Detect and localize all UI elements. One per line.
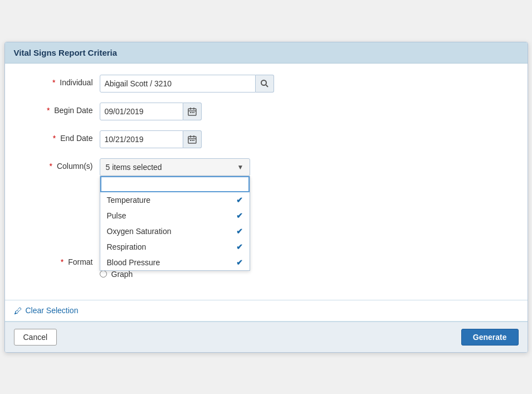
individual-label: * Individual [22,75,100,87]
required-star-format: * [61,257,64,266]
calendar-icon-end [188,135,197,144]
dropdown-arrow-icon: ▼ [237,163,244,171]
dropdown-item-respiration-check: ✔ [236,242,243,251]
svg-rect-8 [193,112,194,113]
columns-row: * Column(s) 5 items selected ▼ Temperatu… [22,158,511,176]
columns-search-input[interactable] [100,176,250,192]
calendar-icon [188,107,197,116]
columns-wrapper: 5 items selected ▼ Temperature ✔ Pulse ✔ [100,158,250,176]
dropdown-item-oxygen-saturation-label: Oxygen Saturation [107,227,172,236]
end-date-row: * End Date [22,130,511,148]
begin-date-input[interactable] [100,103,183,120]
end-date-input[interactable] [100,130,183,148]
required-star-begin: * [47,106,50,115]
dropdown-item-pulse-check: ✔ [236,211,243,220]
svg-point-0 [261,80,266,85]
modal-header: Vital Signs Report Criteria [5,42,528,64]
format-graph-option[interactable]: Graph [100,270,133,279]
svg-line-1 [266,85,268,87]
begin-date-row: * Begin Date [22,103,511,120]
dropdown-item-blood-pressure[interactable]: Blood Pressure ✔ [100,255,250,270]
format-row: * Format Table Graph [22,254,511,279]
footer-bottom: Cancel Generate [5,322,528,352]
svg-rect-7 [192,112,193,113]
cancel-button[interactable]: Cancel [14,329,57,346]
svg-rect-15 [193,140,194,141]
dropdown-item-respiration-label: Respiration [107,242,147,251]
required-star-end: * [53,134,56,143]
clear-selection-link[interactable]: 🖊 Clear Selection [14,306,79,315]
dropdown-item-oxygen-saturation[interactable]: Oxygen Saturation ✔ [100,223,250,239]
format-graph-label: Graph [111,270,133,279]
columns-dropdown-panel: Temperature ✔ Pulse ✔ Oxygen Saturation … [100,176,250,271]
modal-body: * Individual * Begin Da [5,64,528,300]
end-date-label: * End Date [22,130,100,143]
generate-button[interactable]: Generate [461,329,519,346]
dropdown-item-temperature-check: ✔ [236,196,243,205]
eraser-icon: 🖊 [14,306,22,315]
required-star-columns: * [50,162,52,171]
end-date-wrapper [100,130,202,148]
svg-rect-6 [190,112,191,113]
dropdown-item-pulse[interactable]: Pulse ✔ [100,208,250,223]
dropdown-item-blood-pressure-check: ✔ [236,258,243,267]
individual-wrapper [100,75,274,93]
format-label: * Format [22,254,100,266]
dropdown-item-temperature-label: Temperature [107,196,151,205]
individual-input[interactable] [100,75,256,93]
dropdown-item-respiration[interactable]: Respiration ✔ [100,239,250,255]
format-graph-radio[interactable] [100,270,107,278]
dropdown-item-temperature[interactable]: Temperature ✔ [100,192,250,208]
end-date-calendar-button[interactable] [183,130,202,148]
columns-label: * Column(s) [22,158,100,171]
svg-rect-14 [192,140,193,141]
individual-search-button[interactable] [256,75,274,93]
search-icon [260,79,269,88]
begin-date-wrapper [100,103,202,120]
modal-title: Vital Signs Report Criteria [14,48,118,57]
clear-selection-label: Clear Selection [26,306,79,315]
begin-date-label: * Begin Date [22,103,100,115]
vital-signs-modal: Vital Signs Report Criteria * Individual [4,42,528,353]
columns-select-trigger[interactable]: 5 items selected ▼ [100,158,250,176]
dropdown-item-blood-pressure-label: Blood Pressure [107,258,160,267]
columns-selected-text: 5 items selected [106,163,162,172]
required-star-individual: * [52,78,55,87]
dropdown-item-pulse-label: Pulse [107,211,126,220]
footer-top: 🖊 Clear Selection [5,300,528,321]
individual-row: * Individual [22,75,511,93]
begin-date-calendar-button[interactable] [183,103,202,120]
dropdown-item-oxygen-saturation-check: ✔ [236,227,243,236]
svg-rect-13 [190,140,191,141]
